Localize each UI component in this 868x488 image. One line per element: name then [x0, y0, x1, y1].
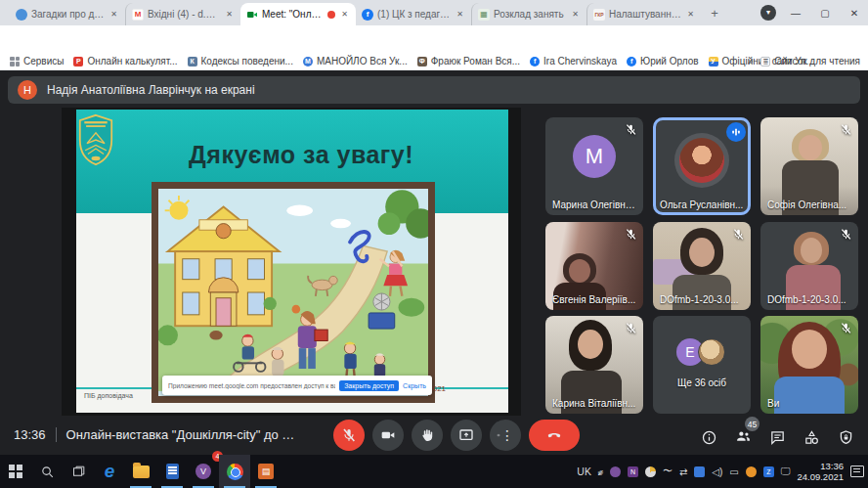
tray-network-app-icon[interactable]: [694, 466, 705, 477]
participant-tile-dofmb-2[interactable]: DOfmb-1-20-3.0...: [760, 222, 858, 310]
facebook-icon: f: [627, 57, 636, 67]
bookmarks-right: » ≣ Список для чтения: [748, 56, 860, 67]
activities-icon[interactable]: [803, 429, 820, 446]
taskbar-chrome-button[interactable]: [219, 455, 250, 488]
raise-hand-button[interactable]: [412, 420, 443, 451]
ethernet-icon[interactable]: ⇄: [679, 466, 687, 477]
window-maximize-button[interactable]: ▢: [811, 0, 839, 25]
battery-icon[interactable]: ▭: [729, 466, 738, 477]
bookmark-manoilo[interactable]: М МАНОЙЛО Вся Ук...: [303, 56, 408, 67]
taskbar-search-button[interactable]: [31, 455, 63, 488]
tray-pie-icon[interactable]: [645, 466, 656, 477]
participant-video: [689, 238, 715, 267]
mic-off-icon: [840, 123, 852, 136]
presenter-avatar: Н: [18, 80, 37, 100]
meeting-details-icon[interactable]: [701, 429, 717, 446]
participant-tile-sofiia[interactable]: Софія Олегівна...: [760, 117, 858, 215]
overflow-tile-more-people[interactable]: Е Ще 36 осіб: [653, 316, 751, 414]
mic-toggle-button[interactable]: [333, 420, 365, 451]
volume-icon[interactable]: ◁): [712, 466, 722, 477]
bookmark-icon: Ф: [417, 57, 427, 67]
tab-close-icon[interactable]: ✕: [224, 8, 235, 21]
tab-title: Загадки про дитячий: [31, 9, 105, 20]
document-icon: [166, 464, 179, 479]
children-drawing-picture: [152, 182, 435, 403]
window-minimize-button[interactable]: —: [782, 0, 809, 25]
bookmark-kodeksy[interactable]: К Кодексы поведени...: [188, 56, 293, 67]
tray-onenote-icon[interactable]: N: [628, 466, 638, 477]
host-controls-shield-icon[interactable]: [838, 429, 854, 446]
tray-monitor-icon[interactable]: 🖵: [781, 466, 791, 477]
bookmark-label: Фраюк Роман Вся...: [431, 56, 520, 67]
wifi-icon[interactable]: 〜: [663, 465, 673, 478]
clock-time: 13:36: [797, 461, 844, 471]
tray-people-icon[interactable]: ⸙: [598, 466, 603, 477]
taskbar-explorer-button[interactable]: [125, 455, 156, 488]
tab-gmail[interactable]: M Вхідні (4) - d.sopova@ ✕: [125, 3, 240, 25]
participant-tile-maryna[interactable]: M Марина Олегівна...: [545, 117, 643, 215]
participant-name: Карина Віталіївн...: [552, 398, 636, 409]
chrome-icon: [227, 464, 243, 480]
more-options-button[interactable]: ⋮: [490, 420, 521, 451]
action-center-icon[interactable]: [850, 466, 864, 477]
tab-rozklad[interactable]: ▦ Розклад занять ✕: [471, 3, 586, 25]
bookmark-calculator[interactable]: P Онлайн калькулят...: [73, 56, 177, 67]
tray-zoom-icon[interactable]: Z: [763, 466, 774, 477]
taskbar-document-button[interactable]: [156, 455, 188, 488]
language-indicator[interactable]: UK: [577, 466, 591, 477]
meet-icon: [246, 9, 258, 21]
tab-facebook[interactable]: f (1) ЦК з педагогічної ✕: [356, 3, 471, 25]
chat-panel-icon[interactable]: [769, 429, 786, 446]
tray-viber-icon[interactable]: [610, 466, 621, 477]
bookmark-ira[interactable]: f Ira Chervinskaya: [530, 56, 617, 67]
taskbar-viber-button[interactable]: V 4: [188, 455, 219, 488]
tab-title: Розклад занять: [494, 9, 566, 20]
browser-address-bar: ← → ↻ meet.google.com/vih-uswd-zyw?authu…: [0, 25, 868, 53]
participant-tile-dofmb-1[interactable]: DOfmb-1-20-3.0...: [653, 222, 751, 310]
browser-update-chevron-icon[interactable]: ▾: [760, 5, 776, 21]
participant-tile-olha-speaking[interactable]: Ольга Русланівн...: [653, 117, 751, 215]
more-dots-icon: ⋮: [500, 427, 514, 443]
participant-tile-self[interactable]: Ви: [760, 316, 858, 414]
tab-zagadky[interactable]: Загадки про дитячий ✕: [10, 3, 125, 25]
tab-journal[interactable]: ГКР Налаштування журна ✕: [586, 3, 702, 25]
tab-meet-active[interactable]: Meet: "Онлайн-ви ✕: [240, 3, 356, 25]
screen: Загадки про дитячий ✕ M Вхідні (4) - d.s…: [0, 0, 868, 488]
mic-off-icon: [625, 123, 637, 136]
start-button[interactable]: [0, 455, 31, 488]
tab-close-icon[interactable]: ✕: [685, 8, 696, 21]
window-close-button[interactable]: ✕: [841, 0, 868, 25]
tray-orange-app-icon[interactable]: [746, 466, 757, 477]
bookmark-servisy[interactable]: Сервисы: [10, 56, 64, 67]
camera-toggle-button[interactable]: [372, 420, 404, 451]
tab-close-icon[interactable]: ✕: [570, 8, 581, 21]
taskbar-edge-button[interactable]: e: [94, 455, 125, 488]
tab-close-icon[interactable]: ✕: [455, 8, 465, 21]
taskbar-impress-button[interactable]: ▤: [250, 455, 282, 488]
apps-grid-icon: [10, 57, 20, 67]
taskbar-clock[interactable]: 13:36 24.09.2021: [797, 461, 844, 482]
tab-close-icon[interactable]: ✕: [108, 8, 119, 21]
participant-tile-yevheniia[interactable]: Євгенія Валеріїв...: [545, 222, 643, 310]
meeting-name[interactable]: Онлайн-виставка "Дошкілля-city" до Всеук…: [56, 427, 300, 442]
participant-name: Ви: [767, 398, 851, 409]
avatar-ring: [674, 133, 729, 188]
participant-video: [578, 330, 603, 359]
people-count-badge: 45: [745, 417, 760, 431]
participant-tile-karyna[interactable]: Карина Віталіївн...: [545, 316, 643, 414]
tab-title: (1) ЦК з педагогічної: [377, 9, 451, 20]
tab-close-icon[interactable]: ✕: [339, 8, 350, 21]
people-panel-button[interactable]: 45: [735, 427, 752, 448]
bookmark-fraiuk[interactable]: Ф Фраюк Роман Вся...: [417, 56, 520, 67]
new-tab-button[interactable]: +: [706, 5, 723, 22]
bookmarks-overflow-icon[interactable]: »: [748, 56, 754, 67]
end-call-button[interactable]: [529, 420, 580, 451]
participant-name: DOfmb-1-20-3.0...: [660, 294, 744, 305]
task-view-button[interactable]: [63, 455, 94, 488]
bookmark-label: Кодексы поведени...: [201, 56, 293, 67]
bookmark-icon: М: [303, 57, 313, 67]
bookmark-orlov[interactable]: f Юрий Орлов: [627, 56, 698, 67]
slide-footer-text: ПІБ доповідача: [84, 392, 133, 399]
reading-list-button[interactable]: ≣ Список для чтения: [760, 56, 860, 67]
present-screen-button[interactable]: [451, 420, 482, 451]
